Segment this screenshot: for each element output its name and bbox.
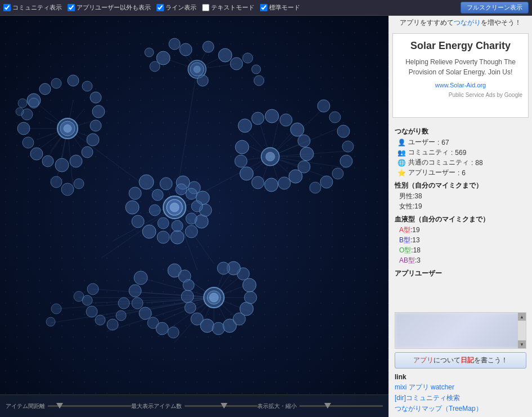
svg-point-160 (290, 123, 304, 136)
link-item-2[interactable]: つながりマップ（TreeMap） (395, 404, 526, 414)
blood-a-label: A型 (399, 226, 410, 234)
svg-point-192 (240, 302, 253, 316)
svg-point-94 (203, 41, 214, 52)
svg-point-137 (157, 231, 169, 243)
fullscreen-button[interactable]: フルスクリーン表示 (461, 2, 529, 14)
connections-title: つながり数 (395, 127, 526, 136)
svg-point-215 (209, 293, 218, 302)
max-items-track[interactable] (185, 405, 257, 407)
svg-point-193 (244, 291, 257, 304)
blood-ab-row: AB型:3 (395, 256, 526, 265)
link-item-0[interactable]: mixi アプリ watcher (395, 383, 526, 392)
svg-point-109 (68, 75, 79, 86)
male-count: 38 (414, 192, 422, 200)
svg-point-149 (172, 220, 183, 232)
non-app-checkbox-label[interactable]: アプリユーザー以外も表示 (68, 3, 151, 12)
write-diary-button[interactable]: アプリについて日記を書こう！ (395, 352, 526, 369)
app-user-label: アプリユーザー (408, 168, 455, 178)
svg-point-128 (74, 179, 84, 189)
community-checkbox[interactable] (3, 4, 11, 11)
toolbar: コミュニティ表示 アプリユーザー以外も表示 ライン表示 テキストモード 標準モー… (0, 0, 532, 16)
blood-b-label: B型 (399, 236, 410, 244)
svg-point-212 (74, 291, 84, 301)
blood-a-count: 19 (412, 226, 419, 234)
stats-section: つながり数 👤 ユーザー:67 👥 コミュニティ:569 🌐 共通のコミュニティ… (389, 121, 532, 311)
svg-point-134 (126, 201, 139, 214)
item-distance-slider-group: アイテム間距離 (6, 402, 131, 410)
user-stats-row: 👤 ユーザー:67 (395, 137, 526, 147)
svg-point-127 (61, 183, 74, 196)
community-label: コミュニティ表示 (12, 3, 62, 12)
shared-community-stats-row: 🌐 共通のコミュニティ:88 (395, 158, 526, 167)
diary-link[interactable]: 日記 (461, 356, 474, 364)
male-row: 男性:38 (395, 192, 526, 201)
standard-mode-label: 標準モード (269, 3, 300, 12)
svg-point-121 (17, 122, 30, 135)
female-label: 女性 (399, 202, 413, 210)
svg-point-95 (218, 48, 232, 62)
community-checkbox-label[interactable]: コミュニティ表示 (3, 3, 62, 12)
network-area[interactable]: アイテム間距離 最大表示アイテム数 表示拡大・縮小 (0, 16, 388, 417)
line-checkbox[interactable] (157, 4, 164, 11)
promo-text: アプリをすすめてつながりを増やそう！ (389, 16, 532, 30)
blood-o-count: 18 (413, 246, 421, 254)
svg-point-173 (337, 125, 350, 137)
svg-point-179 (266, 152, 275, 161)
zoom-label: 表示拡大・縮小 (257, 402, 297, 410)
link-item-1[interactable]: [dir]コミュニティ検索 (395, 393, 526, 403)
shared-community-label: 共通のコミュニティ (408, 158, 469, 167)
shared-community-count: 88 (475, 159, 482, 167)
item-distance-thumb[interactable] (56, 403, 63, 409)
max-items-thumb[interactable] (221, 403, 227, 409)
svg-point-166 (265, 178, 278, 192)
svg-point-161 (298, 135, 310, 147)
svg-point-145 (160, 178, 172, 190)
blood-b-count: 13 (412, 236, 419, 244)
line-checkbox-label[interactable]: ライン表示 (157, 3, 196, 12)
svg-point-214 (46, 317, 55, 326)
svg-point-175 (340, 155, 352, 167)
scroll-down-button[interactable]: ▼ (518, 340, 526, 348)
standard-mode-checkbox[interactable] (260, 4, 267, 11)
text-mode-checkbox[interactable] (202, 4, 209, 11)
app-users-title: アプリユーザー (395, 269, 526, 278)
svg-point-176 (332, 168, 343, 179)
app-icon: ⭐ (397, 168, 406, 178)
svg-point-138 (171, 230, 184, 244)
ad-footer: Public Service Ads by Google (399, 92, 522, 98)
max-items-slider-group: 最大表示アイテム数 (131, 402, 257, 410)
promo-before: アプリをすすめて (400, 19, 454, 26)
svg-point-132 (139, 175, 154, 189)
svg-point-208 (95, 315, 105, 325)
max-items-label: 最大表示アイテム数 (131, 402, 182, 410)
svg-point-165 (278, 177, 290, 189)
svg-point-153 (176, 184, 187, 195)
zoom-track[interactable] (299, 405, 383, 407)
zoom-thumb[interactable] (324, 403, 331, 409)
blood-ab-label: AB型 (399, 256, 415, 264)
svg-point-167 (252, 176, 264, 189)
text-mode-label: テキストモード (211, 3, 254, 12)
svg-point-200 (132, 298, 143, 309)
svg-point-170 (235, 140, 249, 154)
scroll-up-button[interactable]: ▲ (518, 313, 526, 321)
item-distance-track[interactable] (48, 405, 131, 407)
svg-point-186 (185, 302, 196, 313)
text-mode-checkbox-label[interactable]: テキストモード (202, 3, 254, 12)
promo-link[interactable]: つながり (454, 19, 481, 26)
svg-point-129 (64, 125, 71, 132)
blood-title: 血液型（自分のマイミクまで） (395, 215, 526, 224)
svg-point-125 (16, 108, 24, 116)
non-app-checkbox[interactable] (68, 4, 75, 11)
app-users-blurred-image (395, 313, 526, 348)
ad-url[interactable]: www.Solar-Aid.org (399, 82, 522, 88)
standard-mode-checkbox-label[interactable]: 標準モード (260, 3, 300, 12)
svg-point-148 (158, 218, 169, 229)
svg-point-101 (252, 65, 261, 74)
svg-point-154 (170, 203, 179, 212)
community-label: コミュニティ (408, 148, 449, 157)
svg-point-151 (191, 201, 203, 212)
female-count: 19 (414, 202, 422, 210)
svg-point-197 (217, 262, 230, 274)
svg-point-203 (156, 322, 168, 335)
